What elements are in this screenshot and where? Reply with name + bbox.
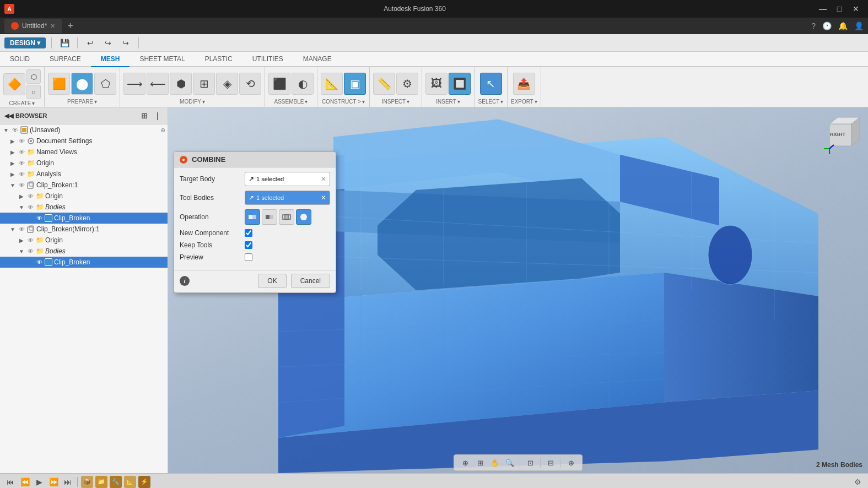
timeline-settings-btn[interactable]: ⚙ (851, 476, 864, 488)
viewport-display-icon[interactable]: ⊡ (524, 456, 537, 469)
clip-body-2-eye[interactable]: 👁 (35, 258, 43, 266)
timeline-first-btn[interactable]: ⏮ (4, 476, 17, 488)
tree-doc-settings[interactable]: ▶ 👁 Document Settings (0, 135, 168, 147)
op-intersect-btn[interactable] (279, 209, 294, 225)
viewcube[interactable]: RIGHT (818, 113, 862, 157)
named-views-expand[interactable]: ▶ (9, 148, 17, 156)
modify-icon3[interactable]: ⬢ (170, 73, 192, 95)
op-cut-btn[interactable] (262, 209, 277, 225)
origin-expand[interactable]: ▶ (9, 159, 17, 167)
insert-icon2[interactable]: 🔲 (449, 73, 471, 95)
tab-utilities[interactable]: UTILITIES (242, 52, 293, 67)
tab-surface[interactable]: SURFACE (40, 52, 91, 67)
tree-named-views[interactable]: ▶ 👁 📁 Named Views (0, 147, 168, 158)
op-merge-btn[interactable] (296, 209, 311, 225)
mirror-origin-eye[interactable]: 👁 (26, 236, 34, 244)
analysis-expand[interactable]: ▶ (9, 170, 17, 178)
select-icon1[interactable]: ↖ (480, 73, 502, 95)
root-eye-icon[interactable]: 👁 (11, 126, 19, 134)
modify-icon1[interactable]: ⟶ (123, 73, 145, 95)
dialog-close-icon[interactable]: ● (180, 156, 187, 164)
construct-icon1[interactable]: 📐 (321, 73, 343, 95)
construct-icon2[interactable]: ▣ (344, 73, 366, 95)
keep-tools-checkbox[interactable] (245, 241, 252, 249)
viewport-more-icon[interactable]: ⊕ (564, 456, 578, 469)
clock-icon[interactable]: 🕐 (822, 21, 832, 30)
tool-bodies-selector[interactable]: ↗ 1 selected ✕ (245, 191, 330, 205)
timeline-prev-btn[interactable]: ⏪ (19, 476, 31, 488)
viewport-pan-icon[interactable]: ✋ (488, 456, 502, 469)
active-tab[interactable]: Untitled* ✕ (4, 19, 62, 33)
assemble-icon2[interactable]: ◐ (292, 73, 314, 95)
viewport[interactable]: ● COMBINE Target Body ↗ 1 selected ✕ Too… (168, 107, 868, 473)
clip-body-1-eye[interactable]: 👁 (35, 214, 43, 222)
redo2-icon[interactable]: ↪ (118, 36, 133, 50)
viewport-grid-icon[interactable]: ⊞ (473, 456, 487, 469)
doc-settings-expand[interactable]: ▶ (9, 137, 17, 145)
close-button[interactable]: ✕ (848, 3, 864, 14)
create-sub2[interactable]: ○ (26, 85, 41, 99)
root-options-icon[interactable]: ⊕ (160, 127, 165, 134)
tree-bodies-1[interactable]: ▼ 👁 📁 Bodies (0, 202, 168, 213)
redo-icon[interactable]: ↪ (101, 36, 115, 50)
prepare-icon2[interactable]: ⬤ (71, 73, 93, 95)
assemble-icon1[interactable]: ⬛ (268, 73, 290, 95)
analysis-eye[interactable]: 👁 (18, 170, 25, 178)
tab-sheet-metal[interactable]: SHEET METAL (130, 52, 195, 67)
modify-icon4[interactable]: ⊞ (193, 73, 215, 95)
tab-add-button[interactable]: + (64, 20, 77, 32)
info-icon[interactable]: i (180, 276, 190, 286)
tab-manage[interactable]: MANAGE (293, 52, 342, 67)
save-icon[interactable]: 💾 (57, 36, 72, 50)
notification-icon[interactable]: 🔔 (838, 21, 848, 30)
help-icon[interactable]: ? (811, 21, 816, 30)
tree-bodies-2[interactable]: ▼ 👁 📁 Bodies (0, 246, 168, 257)
bodies-2-expand[interactable]: ▼ (18, 247, 25, 255)
origin-eye[interactable]: 👁 (18, 159, 25, 167)
prepare-icon3[interactable]: ⬠ (94, 73, 116, 95)
named-views-eye[interactable]: 👁 (18, 148, 25, 156)
bodies-2-eye[interactable]: 👁 (26, 247, 34, 255)
design-button[interactable]: DESIGN ▾ (4, 37, 46, 48)
viewport-zoom-icon[interactable]: 🔍 (503, 456, 516, 469)
timeline-item-4[interactable]: 📐 (124, 476, 136, 488)
tree-clip-broken-1[interactable]: ▼ 👁 Clip_Broken:1 (0, 180, 168, 191)
modify-icon2[interactable]: ⟵ (147, 73, 169, 95)
viewport-mesh-icon[interactable]: ⊟ (544, 456, 557, 469)
clip-origin-expand[interactable]: ▶ (18, 192, 25, 200)
tab-close-icon[interactable]: ✕ (50, 23, 55, 30)
maximize-button[interactable]: □ (832, 3, 847, 14)
tree-clip-broken-body-2[interactable]: 👁 Clip_Broken (0, 257, 168, 268)
tree-origin[interactable]: ▶ 👁 📁 Origin (0, 158, 168, 169)
create-sub1[interactable]: ⬡ (26, 69, 41, 84)
ok-button[interactable]: OK (258, 274, 286, 288)
browser-back-icon[interactable]: ◀◀ (4, 112, 13, 120)
tree-clip-broken-mirror-1[interactable]: ▼ 👁 Clip_Broken(Mirror):1 (0, 224, 168, 235)
timeline-item-3[interactable]: 🔧 (110, 476, 122, 488)
timeline-item-5[interactable]: ⚡ (138, 476, 150, 488)
inspect-icon1[interactable]: 📏 (373, 73, 395, 95)
cancel-button[interactable]: Cancel (291, 274, 330, 288)
mirror-origin-expand[interactable]: ▶ (18, 236, 25, 244)
tab-solid[interactable]: SOLID (0, 52, 40, 67)
create-main-icon[interactable]: 🔶 (3, 73, 25, 95)
tree-root[interactable]: ▼ 👁 (Unsaved) ⊕ (0, 124, 168, 135)
tree-clip-origin[interactable]: ▶ 👁 📁 Origin (0, 191, 168, 202)
clip-origin-eye[interactable]: 👁 (26, 192, 34, 200)
bodies-1-eye[interactable]: 👁 (26, 203, 34, 211)
preview-checkbox[interactable] (245, 253, 252, 261)
inspect-icon2[interactable]: ⚙ (396, 73, 418, 95)
target-body-clear-icon[interactable]: ✕ (321, 175, 326, 183)
doc-settings-eye[interactable]: 👁 (18, 137, 25, 145)
tree-mirror-origin[interactable]: ▶ 👁 📁 Origin (0, 235, 168, 246)
tool-bodies-clear-icon[interactable]: ✕ (321, 194, 326, 202)
minimize-button[interactable]: — (815, 3, 831, 14)
bodies-1-expand[interactable]: ▼ (18, 203, 25, 211)
root-expand-icon[interactable]: ▼ (2, 126, 10, 134)
tree-analysis[interactable]: ▶ 👁 📁 Analysis (0, 169, 168, 180)
clip-broken-1-expand[interactable]: ▼ (9, 181, 17, 189)
tab-plastic[interactable]: PLASTIC (195, 52, 242, 67)
browser-filter-icon[interactable]: | (152, 110, 163, 121)
modify-icon5[interactable]: ◈ (216, 73, 238, 95)
timeline-next-btn[interactable]: ⏩ (47, 476, 60, 488)
